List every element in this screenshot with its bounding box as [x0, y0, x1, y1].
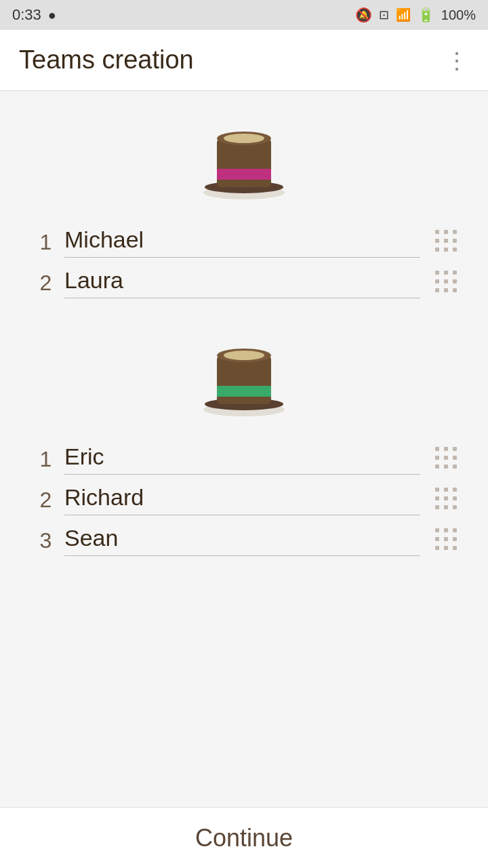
svg-point-5	[224, 134, 264, 143]
app-header: Teams creation ⋮	[0, 30, 488, 91]
svg-rect-10	[217, 386, 271, 397]
drag-handle[interactable]	[434, 486, 461, 513]
svg-rect-4	[217, 169, 271, 180]
table-row: 1 Eric	[27, 437, 461, 477]
team2-hat-container	[0, 321, 488, 437]
member-number-2: 2	[27, 271, 64, 296]
member-number-2: 2	[27, 488, 64, 513]
team2-hat-icon	[197, 335, 291, 430]
member-name-richard: Richard	[64, 484, 144, 510]
overflow-menu-button[interactable]: ⋮	[445, 47, 469, 74]
member-number-1: 1	[27, 230, 64, 255]
member-name-michael: Michael	[64, 226, 144, 252]
team1-hat-icon	[197, 118, 291, 213]
status-right: 🔕 ⊡ 📶 🔋 100%	[355, 7, 476, 23]
app-footer: Continue	[0, 807, 488, 868]
table-row: 1 Michael	[27, 220, 461, 260]
mute-icon: 🔕	[355, 7, 372, 23]
table-row: 2 Laura	[27, 260, 461, 301]
drag-handle[interactable]	[434, 446, 461, 473]
team1-hat-container	[0, 104, 488, 220]
drag-handle[interactable]	[434, 269, 461, 296]
member-number-1: 1	[27, 447, 64, 472]
screenshot-icon: ⊡	[379, 7, 389, 22]
status-left: 0:33 ●	[12, 6, 56, 24]
team1-list: 1 Michael 2 Laura	[0, 220, 488, 301]
battery-icon: 🔋	[418, 7, 434, 23]
main-content: 1 Michael 2 Laura	[0, 91, 488, 807]
signal-icon: 📶	[396, 7, 411, 22]
member-name-sean: Sean	[64, 525, 118, 551]
member-number-3: 3	[27, 528, 64, 553]
table-row: 2 Richard	[27, 477, 461, 518]
member-name-eric: Eric	[64, 443, 104, 469]
table-row: 3 Sean	[27, 518, 461, 559]
battery-level: 100%	[441, 7, 476, 23]
drag-handle[interactable]	[434, 229, 461, 256]
page-title: Teams creation	[19, 45, 194, 75]
member-name-laura: Laura	[64, 267, 123, 293]
status-time: 0:33	[12, 6, 41, 24]
svg-rect-8	[217, 355, 271, 404]
svg-point-11	[224, 351, 264, 360]
drag-handle[interactable]	[434, 527, 461, 554]
team2-list: 1 Eric 2 Richard 3 Sean	[0, 437, 488, 559]
status-circle-icon: ●	[48, 7, 56, 23]
svg-rect-2	[217, 138, 271, 187]
continue-button[interactable]: Continue	[195, 824, 293, 852]
status-bar: 0:33 ● 🔕 ⊡ 📶 🔋 100%	[0, 0, 488, 30]
